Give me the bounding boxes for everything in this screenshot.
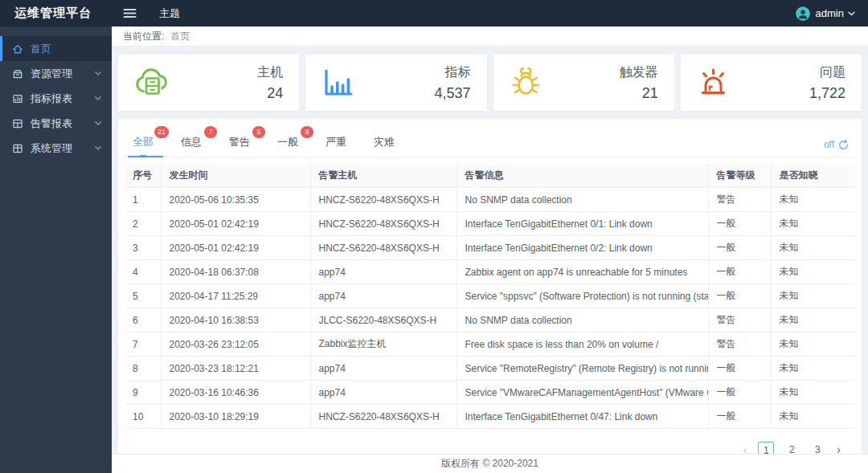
cell-ack: 未知 <box>771 212 855 236</box>
col-header-ack: 是否知晓 <box>771 164 855 188</box>
tab-label: 警告 <box>229 136 250 148</box>
stat-card-problems[interactable]: 问题 1,722 <box>681 55 862 111</box>
table-row: 5 2020-04-17 11:25:29 app74 Service "spp… <box>125 284 855 308</box>
theme-menu-item[interactable]: 主题 <box>159 6 180 21</box>
cell-message: Zabbix agent on app74 is unreachable for… <box>457 260 708 284</box>
system-manage-icon <box>11 142 23 154</box>
hamburger-menu-button[interactable] <box>118 5 141 22</box>
cell-level: 一般 <box>708 405 771 429</box>
stat-label: 问题 <box>809 64 845 81</box>
sidebar-item-system-manage[interactable]: 系统管理 <box>0 136 112 161</box>
table-row: 6 2020-04-10 16:38:53 JLCC-S6220-48XS6QX… <box>125 308 855 332</box>
cell-index: 7 <box>125 332 161 357</box>
sidebar-item-label: 指标报表 <box>31 92 72 106</box>
table-row: 4 2020-04-18 06:37:08 app74 Zabbix agent… <box>125 260 855 284</box>
cell-host: HNCZ-S6220-48XS6QXS-H <box>310 236 457 260</box>
cell-index: 5 <box>125 284 161 308</box>
problem-alarm-icon <box>695 65 734 100</box>
col-header-time: 发生时间 <box>161 164 310 188</box>
table-header-row: 序号 发生时间 告警主机 告警信息 告警等级 是否知晓 <box>125 164 855 188</box>
cell-host: HNCZ-S6220-48XS6QXS-H <box>310 212 457 236</box>
resource-box-icon <box>11 67 23 80</box>
app-title: 运维管理平台 <box>0 6 112 21</box>
cell-index: 1 <box>125 188 161 212</box>
stat-card-triggers[interactable]: 触发器 21 <box>493 55 674 111</box>
cell-level: 一般 <box>708 236 771 260</box>
cell-message: Free disk space is less than 20% on volu… <box>457 332 708 357</box>
cell-index: 4 <box>125 260 161 284</box>
tab-badge: 9 <box>301 126 313 138</box>
stat-label: 主机 <box>257 64 283 81</box>
metric-report-icon <box>11 92 23 104</box>
cell-index: 9 <box>125 381 161 405</box>
refresh-state-label: off <box>824 139 834 150</box>
table-row: 3 2020-05-01 02:42:19 HNCZ-S6220-48XS6QX… <box>125 236 855 260</box>
sidebar-item-metric-reports[interactable]: 指标报表 <box>0 86 112 111</box>
tab-warning[interactable]: 警告 5 <box>227 132 252 157</box>
sidebar-item-alarm-reports[interactable]: 告警报表 <box>0 111 112 136</box>
alarm-tabs: 全部 21 信息 7 警告 5 一般 9 严重 灾难 off <box>125 127 855 157</box>
table-row: 2 2020-05-01 02:42:19 HNCZ-S6220-48XS6QX… <box>125 212 855 236</box>
sidebar-item-home[interactable]: 首页 <box>0 36 112 61</box>
breadcrumb-prefix: 当前位置: <box>123 30 164 43</box>
col-header-index: 序号 <box>125 164 161 188</box>
metrics-bar-chart-icon <box>320 65 358 100</box>
cell-level: 一般 <box>708 381 771 405</box>
tab-label: 全部 <box>133 136 154 148</box>
col-header-level: 告警等级 <box>708 164 771 188</box>
auto-refresh-toggle[interactable]: off <box>824 139 849 157</box>
cell-ack: 未知 <box>771 332 855 357</box>
tab-average[interactable]: 一般 9 <box>276 132 300 157</box>
table-row: 9 2020-03-16 10:46:36 app74 Service "VMw… <box>125 381 855 405</box>
table-row: 8 2020-03-23 18:12:21 app74 Service "Rem… <box>125 357 855 381</box>
user-name: admin <box>816 7 844 19</box>
stat-value: 4,537 <box>434 85 470 102</box>
chevron-down-icon <box>95 96 101 100</box>
cell-time: 2020-03-10 18:29:19 <box>161 405 310 429</box>
sidebar-item-label: 告警报表 <box>31 116 72 131</box>
cell-index: 10 <box>125 405 161 429</box>
tab-severe[interactable]: 严重 <box>324 132 348 157</box>
cell-level: 一般 <box>708 284 771 308</box>
cell-message: Service "VMwareCAFManagementAgentHost" (… <box>457 381 708 405</box>
cell-index: 6 <box>125 308 161 332</box>
breadcrumb-current-home[interactable]: 首页 <box>170 30 190 43</box>
tab-all[interactable]: 全部 21 <box>131 132 155 157</box>
tab-info[interactable]: 信息 7 <box>179 132 203 157</box>
chevron-down-icon <box>95 71 101 75</box>
cell-level: 警告 <box>708 188 771 212</box>
sidebar: 首页 资源管理 指标报表 告警报表 <box>0 27 112 473</box>
tab-disaster[interactable]: 灾难 <box>372 132 396 157</box>
chevron-down-icon <box>848 11 855 16</box>
table-row: 10 2020-03-10 18:29:19 HNCZ-S6220-48XS6Q… <box>125 405 855 429</box>
cell-index: 8 <box>125 357 161 381</box>
main-content: 当前位置: 首页 主机 24 <box>112 27 868 473</box>
sidebar-item-resources[interactable]: 资源管理 <box>0 61 112 86</box>
cell-ack: 未知 <box>771 357 855 381</box>
stat-card-hosts[interactable]: 主机 24 <box>118 55 299 111</box>
col-header-message: 告警信息 <box>457 164 708 188</box>
sidebar-item-label: 首页 <box>31 42 51 56</box>
cell-message: Interface TenGigabitEthernet 0/47: Link … <box>457 405 708 429</box>
col-header-host: 告警主机 <box>310 164 457 188</box>
cell-host: app74 <box>310 381 457 405</box>
cell-level: 一般 <box>708 357 771 381</box>
cell-time: 2020-03-16 10:46:36 <box>161 381 310 405</box>
tab-badge: 7 <box>204 126 217 138</box>
cell-host: Zabbix监控主机 <box>310 332 457 357</box>
stat-card-metrics[interactable]: 指标 4,537 <box>305 55 486 111</box>
table-row: 7 2020-03-26 23:12:05 Zabbix监控主机 Free di… <box>125 332 855 357</box>
stat-value: 21 <box>620 85 658 102</box>
user-menu[interactable]: admin <box>796 6 855 21</box>
footer: 版权所有 © 2020-2021 <box>112 454 868 473</box>
stat-value: 24 <box>257 85 283 102</box>
alarm-panel: 全部 21 信息 7 警告 5 一般 9 严重 灾难 off <box>118 119 862 473</box>
cell-host: HNCZ-S6220-48XS6QXS-H <box>310 188 457 212</box>
tab-label: 一般 <box>277 136 298 148</box>
cell-time: 2020-04-18 06:37:08 <box>161 260 310 284</box>
sidebar-item-label: 资源管理 <box>31 67 72 81</box>
copyright-text: 版权所有 © 2020-2021 <box>441 457 538 471</box>
cell-message: No SNMP data collection <box>457 308 708 332</box>
breadcrumb: 当前位置: 首页 <box>112 27 868 47</box>
cell-message: Interface TenGigabitEthernet 0/1: Link d… <box>457 212 708 236</box>
